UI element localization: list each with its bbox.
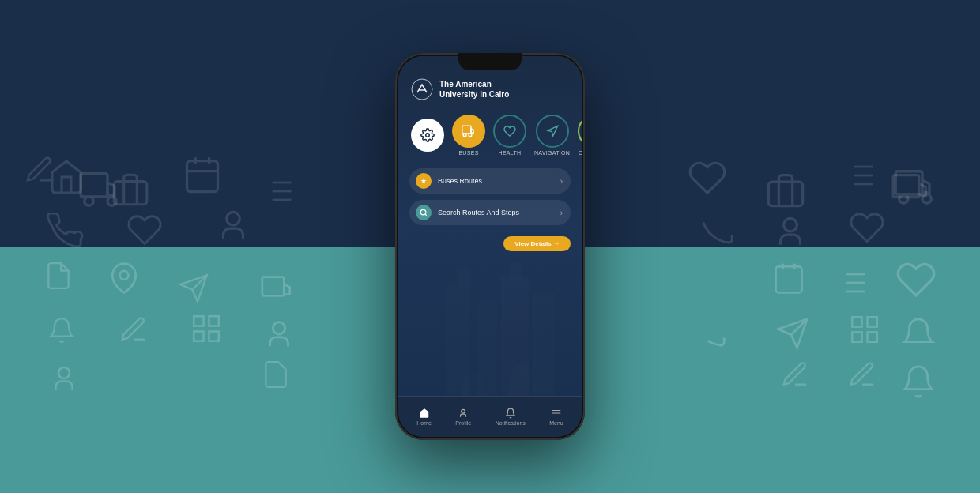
profile-icon (458, 408, 469, 419)
settings-icon-circle[interactable] (411, 119, 444, 152)
tab-buses[interactable]: BUSES (452, 115, 485, 156)
uni-logo (411, 78, 433, 100)
tabs-row: BUSES HEALTH (398, 110, 582, 160)
tab-contacts[interactable]: CONTACTS (578, 115, 582, 156)
svg-point-55 (463, 134, 466, 137)
view-details-row: View Details → (398, 233, 582, 254)
arrow-right-icon-2: › (560, 209, 563, 217)
bottom-navigation: Home Profile Notifications (398, 396, 582, 437)
profile-label: Profile (455, 420, 471, 426)
search-icon-circle (416, 205, 432, 220)
svg-point-58 (420, 209, 426, 215)
buses-routes-item[interactable]: ★ Buses Routes › (409, 168, 571, 194)
svg-point-56 (469, 134, 472, 137)
star-icon-circle: ★ (416, 173, 432, 189)
svg-point-52 (412, 79, 432, 100)
phone-notch (458, 53, 522, 70)
phone-mockup: The American University in Cairo (395, 53, 585, 440)
buses-routes-text: Buses Routes (438, 177, 554, 185)
search-routes-text: Search Routes And Stops (438, 209, 554, 216)
bottom-nav-menu[interactable]: Menu (549, 408, 564, 426)
bottom-nav-notifications[interactable]: Notifications (496, 408, 526, 426)
home-label: Home (416, 420, 432, 426)
bottom-nav-profile[interactable]: Profile (455, 408, 471, 426)
tab-health[interactable]: HEALTH (493, 115, 526, 156)
svg-point-53 (426, 134, 430, 137)
navigation-label: NAVIGATION (534, 150, 570, 156)
navigation-icon-circle[interactable] (536, 115, 569, 148)
buses-label: BUSES (458, 150, 478, 156)
phone-screen: The American University in Cairo (398, 56, 582, 437)
health-label: HEALTH (499, 150, 522, 156)
buildings-silhouette (398, 238, 582, 396)
contacts-label: CONTACTS (579, 150, 582, 156)
health-icon-circle[interactable] (493, 115, 526, 148)
buses-icon-circle[interactable] (452, 115, 485, 148)
svg-rect-50 (509, 262, 521, 281)
bus-icon (462, 124, 476, 138)
search-icon (420, 209, 428, 216)
bottom-nav-home[interactable]: Home (416, 408, 432, 426)
gear-icon (420, 128, 435, 142)
university-name: The American University in Cairo (439, 79, 509, 100)
svg-rect-47 (458, 269, 470, 285)
svg-line-59 (425, 214, 427, 216)
tab-settings[interactable] (411, 119, 444, 152)
tab-navigation[interactable]: NAVIGATION (534, 115, 570, 156)
hamburger-icon (551, 408, 562, 419)
svg-rect-54 (462, 126, 471, 134)
notifications-label: Notifications (496, 420, 526, 426)
svg-marker-57 (548, 126, 558, 136)
view-details-button[interactable]: View Details → (503, 236, 571, 251)
phone-frame: The American University in Cairo (395, 53, 585, 440)
contacts-icon-circle[interactable] (578, 115, 582, 148)
home-icon (419, 408, 430, 419)
svg-point-60 (462, 409, 466, 413)
heart-icon (503, 125, 516, 137)
arrow-right-icon: › (560, 177, 563, 186)
menu-label: Menu (549, 420, 564, 426)
menu-items-list: ★ Buses Routes › Search Routes And Stops (398, 160, 582, 233)
navigation-icon (546, 125, 559, 137)
screen-content: The American University in Cairo (398, 56, 582, 396)
search-routes-item[interactable]: Search Routes And Stops › (409, 200, 571, 225)
bell-icon (505, 408, 516, 419)
